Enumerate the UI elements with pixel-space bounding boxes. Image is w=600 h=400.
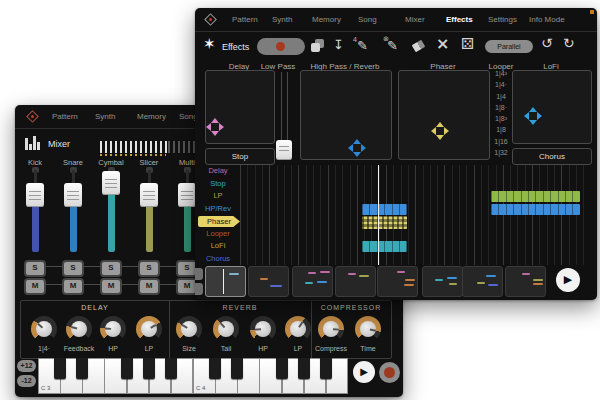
record-toggle[interactable] [257,38,305,55]
dice-random-button[interactable]: ⚄ [461,37,474,52]
fader-handle-multi[interactable] [178,183,196,207]
black-key[interactable] [54,358,66,379]
mute-button-cymbal[interactable]: M [100,278,122,295]
octave-down-button[interactable]: -12 [17,375,36,387]
tab-song[interactable]: Song [358,15,377,24]
black-key[interactable] [121,358,133,379]
piano-keyboard[interactable]: C 3C 4 [38,358,348,394]
app-menu-diamond-icon[interactable] [204,13,217,26]
seq-track-lp[interactable]: LP [199,190,237,202]
lofi-xy-pad[interactable] [512,70,592,144]
seq-track-hprev[interactable]: HP/Rev [199,203,237,215]
mixer-record-button[interactable] [379,362,400,383]
black-key[interactable] [320,358,332,379]
solo-button-slicer[interactable]: S [138,260,160,277]
sequencer-block[interactable] [491,191,580,202]
pattern-tile-4[interactable] [335,266,376,297]
fader-handle-slicer[interactable] [140,183,158,207]
pattern-tile-3[interactable] [292,266,333,297]
pattern-tile-8[interactable] [505,266,546,297]
sequencer-block[interactable] [362,241,407,252]
redo-button[interactable]: ↻ [563,36,575,50]
fader-handle-cymbal[interactable] [102,171,120,195]
fader-handle-kick[interactable] [26,183,44,207]
pattern-tile-1[interactable] [205,266,246,297]
sequencer-block[interactable] [362,204,407,215]
chorus-label: Chorus [539,152,565,161]
solo-button-cymbal[interactable]: S [100,260,122,277]
seq-track-phaser-selected[interactable]: Phaser [198,216,240,227]
hp-reverb-xy-pad[interactable] [300,70,392,160]
solo-button-snare[interactable]: S [62,260,84,277]
tab-synth[interactable]: Synth [95,112,115,121]
knob-hp[interactable] [250,316,276,342]
solo-button-kick[interactable]: S [24,260,46,277]
pattern-tile-2[interactable] [248,266,289,297]
lowpass-slider-handle[interactable] [276,140,292,160]
knob-lp[interactable] [136,316,162,342]
copy-button[interactable] [311,39,325,53]
tab-memory[interactable]: Memory [312,15,341,24]
tab-info-mode[interactable]: Info Mode [529,15,565,24]
tab-pattern[interactable]: Pattern [52,112,78,121]
knob-compress[interactable] [318,316,344,342]
knob-feedback[interactable] [66,316,92,342]
tab-settings[interactable]: Settings [488,15,517,24]
chorus-button[interactable]: Chorus [512,148,592,165]
undo-button[interactable]: ↺ [541,36,553,50]
tab-mixer[interactable]: Mixer [405,15,425,24]
pattern-side-tab[interactable] [195,268,203,280]
seq-track-stop[interactable]: Stop [199,178,237,190]
pattern-tile-6[interactable] [422,266,463,297]
import-button[interactable]: ↧ [333,38,344,51]
octave-up-button[interactable]: +12 [17,360,36,372]
phaser-xy-pad[interactable] [398,70,490,160]
draw-4-button[interactable]: 4 ✎ [353,36,373,54]
knob-time[interactable] [355,316,381,342]
black-key[interactable] [76,358,88,379]
clear-button[interactable]: × [436,36,449,52]
eraser-button[interactable] [412,41,426,51]
seq-track-lofi[interactable]: LoFi [199,240,237,252]
tab-synth[interactable]: Synth [272,15,292,24]
effects-sequencer-grid[interactable] [240,165,590,265]
fader-handle-snare[interactable] [64,183,82,207]
tab-memory[interactable]: Memory [137,112,166,121]
knob-size[interactable] [176,316,202,342]
seq-track-delay[interactable]: Delay [199,165,237,177]
black-key[interactable] [165,358,177,379]
knob-hp[interactable] [100,316,126,342]
effects-play-button[interactable]: ▶ [556,268,580,292]
tab-pattern[interactable]: Pattern [232,15,258,24]
hp_reverb-cursor[interactable] [349,140,365,156]
pattern-side-tab[interactable] [195,283,203,295]
black-key[interactable] [209,358,221,379]
black-key[interactable] [276,358,288,379]
black-key[interactable] [298,358,310,379]
sequencer-block[interactable] [491,204,580,215]
parallel-mode-button[interactable]: Parallel [485,40,533,53]
mute-button-slicer[interactable]: M [138,278,160,295]
knob-14[interactable] [31,316,57,342]
seq-track-chorus[interactable]: Chorus [199,253,237,265]
delay-xy-pad[interactable] [205,70,275,144]
sequencer-block[interactable] [362,216,407,229]
draw-x-button[interactable]: ⊗ ✎ [383,36,403,54]
phaser-cursor[interactable] [432,123,448,139]
app-menu-diamond-icon[interactable] [26,110,39,123]
note-dash [308,272,316,274]
seq-track-looper[interactable]: Looper [199,228,237,240]
delay-cursor[interactable] [207,119,223,135]
black-key[interactable] [231,358,243,379]
mute-button-snare[interactable]: M [62,278,84,295]
delay-stop-button[interactable]: Stop [205,148,275,165]
mute-button-kick[interactable]: M [24,278,46,295]
pattern-tile-5[interactable] [377,266,418,297]
lofi-cursor[interactable] [525,108,541,124]
tab-effects[interactable]: Effects [446,15,473,24]
knob-tail[interactable] [213,316,239,342]
knob-lp[interactable] [285,316,311,342]
black-key[interactable] [143,358,155,379]
pattern-tile-7[interactable] [462,266,503,297]
mixer-play-button[interactable]: ▶ [353,361,375,383]
